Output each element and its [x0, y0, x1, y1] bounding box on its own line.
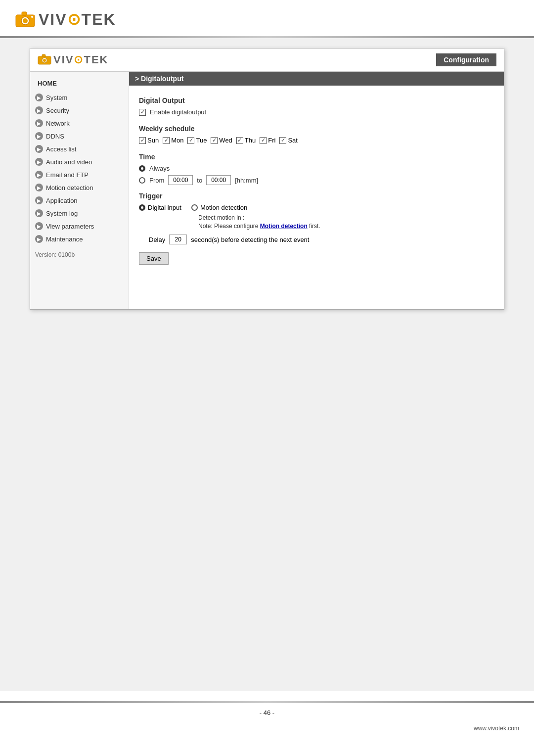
- sidebar-arrow-system-log: ▶: [35, 209, 43, 217]
- delay-label: Delay: [149, 236, 165, 243]
- day-fri: Fri: [260, 137, 275, 144]
- radio-digital-input[interactable]: [139, 204, 145, 211]
- checkbox-wed[interactable]: [211, 137, 218, 144]
- sidebar-label-network: Network: [46, 120, 70, 127]
- radio-motion-detection[interactable]: [191, 204, 198, 211]
- radio-from[interactable]: [139, 177, 145, 184]
- trigger-options-row: Digital input Motion detection: [139, 204, 494, 211]
- sidebar-item-email-ftp[interactable]: ▶ Email and FTP: [30, 168, 129, 181]
- enable-digitaloutput-row: Enable digitaloutput: [139, 108, 494, 116]
- content-area: > Digitaloutput Digital Output Enable di…: [129, 72, 504, 309]
- sidebar-label-motion-detection: Motion detection: [46, 184, 93, 191]
- sidebar-item-system-log[interactable]: ▶ System log: [30, 207, 129, 220]
- day-mon: Mon: [163, 137, 183, 144]
- sidebar-label-maintenance: Maintenance: [46, 236, 83, 243]
- sidebar-item-security[interactable]: ▶ Security: [30, 104, 129, 117]
- label-fri: Fri: [268, 137, 275, 144]
- time-to-input[interactable]: [206, 175, 231, 185]
- sidebar-home[interactable]: HOME: [30, 76, 129, 91]
- panel-logo-viv: VIV: [53, 53, 74, 66]
- sidebar-item-maintenance[interactable]: ▶ Maintenance: [30, 233, 129, 245]
- sidebar-arrow-motion-detection: ▶: [35, 184, 43, 191]
- enable-digitaloutput-checkbox[interactable]: [139, 109, 146, 116]
- label-thu: Thu: [245, 137, 256, 144]
- motion-detection-link[interactable]: Motion detection: [260, 223, 308, 230]
- time-from-label: From: [149, 177, 164, 184]
- top-header: VIV⊙TEK: [0, 0, 534, 36]
- panel-logo-text: VIV⊙TEK: [53, 53, 108, 66]
- trigger-motion-option: Motion detection: [191, 204, 247, 211]
- footer-url: www.vivotek.com: [0, 722, 534, 737]
- day-tue: Tue: [187, 137, 207, 144]
- time-from-input[interactable]: [168, 175, 193, 185]
- detect-motion-label: Detect motion in :: [198, 214, 244, 221]
- time-always-label: Always: [149, 165, 170, 172]
- svg-point-2: [23, 18, 28, 23]
- sidebar-item-access-list[interactable]: ▶ Access list: [30, 142, 129, 155]
- enable-digitaloutput-label: Enable digitaloutput: [150, 108, 206, 116]
- delay-suffix: second(s) before detecting the next even…: [191, 236, 309, 243]
- note-line: Note: Please configure Motion detection …: [198, 223, 494, 230]
- digital-output-heading: Digital Output: [139, 96, 494, 104]
- content-body: Digital Output Enable digitaloutput Week…: [129, 86, 504, 271]
- day-wed: Wed: [211, 137, 232, 144]
- sidebar-arrow-ddns: ▶: [35, 132, 43, 140]
- trigger-digital-option: Digital input: [139, 204, 181, 211]
- panel-logo-circle: ⊙: [74, 53, 84, 66]
- sidebar-label-system-log: System log: [46, 210, 78, 217]
- panel-body: HOME ▶ System ▶ Security ▶ Network ▶ DDN…: [30, 72, 504, 309]
- label-tue: Tue: [196, 137, 207, 144]
- sidebar-arrow-system: ▶: [35, 94, 43, 101]
- logo-tek: TEK: [82, 10, 116, 28]
- sidebar-item-system[interactable]: ▶ System: [30, 91, 129, 104]
- detect-motion-line: Detect motion in :: [198, 214, 494, 221]
- checkbox-fri[interactable]: [260, 137, 267, 144]
- time-unit-label: [hh:mm]: [235, 177, 258, 184]
- day-checkboxes-row: Sun Mon Tue Wed: [139, 137, 494, 144]
- trigger-motion-label: Motion detection: [200, 204, 247, 211]
- label-mon: Mon: [171, 137, 183, 144]
- top-logo: VIV⊙TEK: [15, 10, 519, 29]
- checkbox-thu[interactable]: [236, 137, 243, 144]
- camera-logo-icon: [15, 11, 36, 28]
- trigger-section: Trigger Digital input Motion detection: [139, 192, 494, 244]
- sidebar-item-motion-detection[interactable]: ▶ Motion detection: [30, 181, 129, 194]
- checkbox-mon[interactable]: [163, 137, 170, 144]
- day-thu: Thu: [236, 137, 256, 144]
- logo-circle: ⊙: [67, 10, 82, 28]
- main-wrap: VIV⊙TEK Configuration HOME ▶ System ▶ Se…: [0, 38, 534, 691]
- label-sun: Sun: [147, 137, 159, 144]
- trigger-heading: Trigger: [139, 192, 494, 200]
- note-prefix: Note: Please configure: [198, 223, 260, 230]
- sidebar-version: Version: 0100b: [30, 245, 129, 261]
- sidebar-label-access-list: Access list: [46, 145, 76, 153]
- checkbox-tue[interactable]: [187, 137, 194, 144]
- sidebar-item-ddns[interactable]: ▶ DDNS: [30, 130, 129, 142]
- time-heading: Time: [139, 153, 494, 161]
- sidebar-arrow-security: ▶: [35, 106, 43, 114]
- logo-viv: VIV: [39, 10, 67, 28]
- main-panel: VIV⊙TEK Configuration HOME ▶ System ▶ Se…: [30, 48, 504, 310]
- sidebar-label-ddns: DDNS: [46, 133, 64, 140]
- sidebar-item-audio-video[interactable]: ▶ Audio and video: [30, 155, 129, 168]
- sidebar-item-view-parameters[interactable]: ▶ View parameters: [30, 220, 129, 233]
- checkbox-sun[interactable]: [139, 137, 146, 144]
- sidebar-arrow-access-list: ▶: [35, 145, 43, 153]
- radio-always[interactable]: [139, 165, 145, 172]
- checkbox-sat[interactable]: [279, 137, 286, 144]
- sidebar-item-application[interactable]: ▶ Application: [30, 194, 129, 207]
- sidebar-arrow-email-ftp: ▶: [35, 171, 43, 179]
- sidebar-item-network[interactable]: ▶ Network: [30, 117, 129, 130]
- delay-input[interactable]: [169, 235, 187, 244]
- panel-camera-icon: [38, 54, 51, 66]
- save-button[interactable]: Save: [139, 252, 169, 265]
- sidebar-label-application: Application: [46, 197, 78, 204]
- day-sun: Sun: [139, 137, 159, 144]
- svg-point-7: [43, 59, 46, 62]
- svg-rect-3: [22, 12, 27, 15]
- note-suffix: first.: [308, 223, 320, 230]
- svg-rect-8: [42, 54, 45, 57]
- sidebar-arrow-audio-video: ▶: [35, 158, 43, 166]
- sidebar-label-view-parameters: View parameters: [46, 223, 94, 230]
- sidebar-label-system: System: [46, 94, 67, 101]
